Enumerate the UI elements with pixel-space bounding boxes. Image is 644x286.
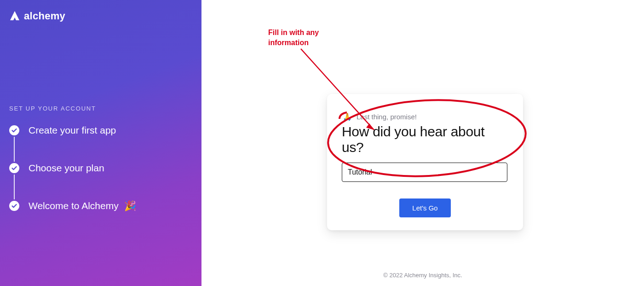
step-label-text: Welcome to Alchemy xyxy=(29,200,119,211)
step-choose-plan: Choose your plan xyxy=(9,163,192,174)
step-label: Choose your plan xyxy=(29,163,104,174)
onboarding-sidebar: alchemy SET UP YOUR ACCOUNT Create your … xyxy=(0,0,201,286)
card-eyebrow: 🙏 Last thing, promise! xyxy=(343,112,508,121)
annotation-line-1: Fill in with any xyxy=(268,28,319,38)
step-welcome: Welcome to Alchemy 🎉 xyxy=(9,200,192,211)
check-circle-icon xyxy=(9,201,19,211)
alchemy-logo-icon xyxy=(9,11,20,22)
referral-input[interactable] xyxy=(342,163,507,182)
card-title: How did you hear about us? xyxy=(342,124,508,155)
footer-copyright: © 2022 Alchemy Insights, Inc. xyxy=(201,272,644,279)
brand-name: alchemy xyxy=(24,10,65,22)
referral-card: 🙏 Last thing, promise! How did you hear … xyxy=(327,94,523,230)
card-eyebrow-text: Last thing, promise! xyxy=(356,113,417,121)
step-create-app: Create your first app xyxy=(9,125,192,136)
annotation-callout-text: Fill in with any information xyxy=(268,28,319,47)
lets-go-button[interactable]: Let's Go xyxy=(399,198,450,217)
onboarding-steps: Create your first app Choose your plan W… xyxy=(9,125,192,211)
sidebar-section-heading: SET UP YOUR ACCOUNT xyxy=(9,105,192,112)
step-label: Create your first app xyxy=(29,125,116,136)
step-connector xyxy=(14,175,15,199)
brand-logo: alchemy xyxy=(9,10,192,22)
pray-icon: 🙏 xyxy=(343,112,352,121)
party-popper-icon: 🎉 xyxy=(124,200,136,211)
check-circle-icon xyxy=(9,163,19,173)
check-circle-icon xyxy=(9,125,19,135)
step-label: Welcome to Alchemy 🎉 xyxy=(29,200,136,211)
step-connector xyxy=(14,137,15,162)
main-content: 🙏 Last thing, promise! How did you hear … xyxy=(201,0,644,286)
annotation-line-2: information xyxy=(268,38,319,48)
